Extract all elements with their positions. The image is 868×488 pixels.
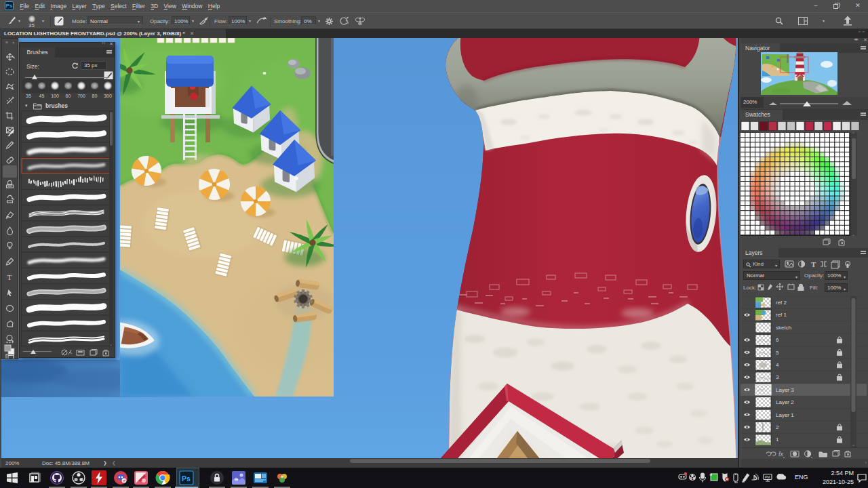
svg-text:⌄: ⌄ <box>852 443 855 447</box>
svg-text:T: T <box>7 273 12 281</box>
svg-text:100: 100 <box>51 94 59 98</box>
svg-text:45: 45 <box>39 94 45 98</box>
svg-text:ref 1: ref 1 <box>776 312 787 318</box>
svg-text:4: 4 <box>776 362 779 368</box>
svg-text:Layer 3: Layer 3 <box>776 387 794 393</box>
svg-text:1: 1 <box>776 436 779 443</box>
svg-text:PM: PM <box>765 475 770 479</box>
svg-text:35: 35 <box>26 94 31 98</box>
svg-text:Ps: Ps <box>182 474 191 483</box>
svg-text:60: 60 <box>66 94 71 98</box>
svg-text:×: × <box>12 41 15 45</box>
svg-text:3: 3 <box>776 374 779 380</box>
svg-text:fx: fx <box>778 451 784 458</box>
svg-text:T: T <box>811 260 816 268</box>
svg-text:80: 80 <box>92 94 98 98</box>
svg-text:6: 6 <box>776 337 779 343</box>
svg-text:sketch: sketch <box>776 325 791 331</box>
svg-text:2: 2 <box>776 424 779 430</box>
svg-text:Layer 2: Layer 2 <box>776 399 794 405</box>
svg-text:»: » <box>5 40 8 45</box>
svg-text:5: 5 <box>776 350 779 356</box>
svg-text:Layer 1: Layer 1 <box>776 412 794 418</box>
svg-text:300: 300 <box>104 94 112 98</box>
svg-text:700: 700 <box>77 94 85 98</box>
svg-text:ref 2: ref 2 <box>776 300 787 306</box>
